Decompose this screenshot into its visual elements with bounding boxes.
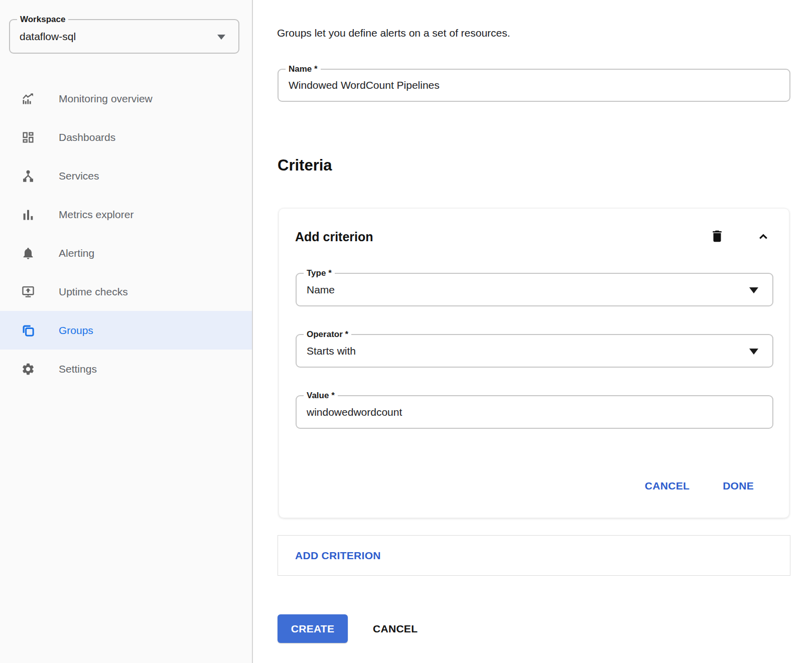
dropdown-arrow-icon <box>749 349 758 355</box>
sidebar-item-dashboards[interactable]: Dashboards <box>0 118 252 156</box>
value-field-label: Value * <box>304 390 338 401</box>
criterion-cancel-button[interactable]: CANCEL <box>645 480 690 492</box>
sidebar-item-uptime-checks[interactable]: Uptime checks <box>0 272 252 311</box>
criterion-card-footer: CANCEL DONE <box>645 480 754 492</box>
workspace-value: dataflow-sql <box>20 20 76 53</box>
bottom-actions: CREATE CANCEL <box>278 614 418 643</box>
alerting-bell-icon <box>21 246 35 260</box>
criterion-card-title: Add criterion <box>295 230 373 244</box>
sidebar-item-alerting[interactable]: Alerting <box>0 234 252 272</box>
sidebar-item-label: Metrics explorer <box>59 209 133 221</box>
sidebar-item-services[interactable]: Services <box>0 156 252 195</box>
sidebar-item-label: Groups <box>59 324 93 337</box>
sidebar-item-label: Services <box>59 170 99 182</box>
name-field: Name * <box>278 69 790 102</box>
criterion-card-actions <box>710 229 771 244</box>
chevron-down-icon <box>217 35 225 40</box>
dropdown-arrow-icon <box>749 287 758 293</box>
sidebar-item-settings[interactable]: Settings <box>0 350 252 388</box>
chevron-up-icon <box>756 229 771 244</box>
sidebar-item-label: Uptime checks <box>59 286 128 298</box>
type-select-value: Name <box>307 274 335 305</box>
services-icon <box>21 169 35 183</box>
uptime-checks-icon <box>21 285 35 299</box>
type-select[interactable]: Type * Name <box>296 273 773 306</box>
cancel-button[interactable]: CANCEL <box>373 623 418 635</box>
criteria-heading: Criteria <box>278 156 332 175</box>
add-criterion-button[interactable]: ADD CRITERION <box>295 550 381 562</box>
settings-gear-icon <box>21 362 35 376</box>
workspace-select[interactable]: Workspace dataflow-sql <box>9 19 239 54</box>
sidebar-item-monitoring-overview[interactable]: Monitoring overview <box>0 79 252 118</box>
sidebar-nav: Monitoring overview Dashboards Services … <box>0 79 252 388</box>
groups-icon <box>21 323 35 338</box>
sidebar-item-label: Settings <box>59 363 97 375</box>
sidebar-item-label: Dashboards <box>59 131 115 143</box>
dashboards-icon <box>21 130 35 144</box>
operator-select[interactable]: Operator * Starts with <box>296 334 773 368</box>
delete-criterion-button[interactable] <box>710 229 725 244</box>
collapse-criterion-button[interactable] <box>756 229 771 244</box>
name-input[interactable] <box>279 70 789 101</box>
groups-description: Groups let you define alerts on a set of… <box>277 27 510 39</box>
criterion-done-button[interactable]: DONE <box>723 480 754 492</box>
add-criterion-box: ADD CRITERION <box>278 535 790 576</box>
value-field: Value * <box>296 395 773 429</box>
sidebar-item-label: Alerting <box>59 247 94 259</box>
metrics-explorer-icon <box>21 208 35 222</box>
monitoring-overview-icon <box>21 92 35 106</box>
create-button[interactable]: CREATE <box>278 614 348 643</box>
trash-icon <box>710 229 725 244</box>
add-criterion-card: Add criterion Type * Name Operator * Sta… <box>279 208 789 518</box>
main-content: Groups let you define alerts on a set of… <box>254 0 812 663</box>
sidebar-item-groups[interactable]: Groups <box>0 311 252 350</box>
sidebar-item-metrics-explorer[interactable]: Metrics explorer <box>0 195 252 234</box>
value-input[interactable] <box>297 396 772 428</box>
name-field-label: Name * <box>286 64 321 75</box>
sidebar: Workspace dataflow-sql Monitoring overvi… <box>0 0 253 663</box>
operator-select-value: Starts with <box>307 335 356 367</box>
sidebar-item-label: Monitoring overview <box>59 93 153 105</box>
